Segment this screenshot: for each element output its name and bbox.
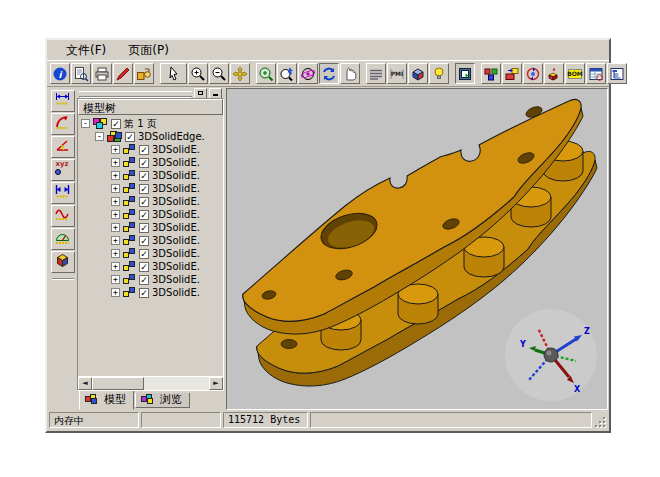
- expand-icon[interactable]: +: [111, 210, 120, 219]
- tree-label[interactable]: 3DSolidE.: [152, 196, 200, 207]
- tree-label[interactable]: 3DSolidE.: [152, 261, 200, 272]
- zoom-in-button[interactable]: [188, 63, 208, 84]
- tree-row-solid[interactable]: + ✓ 3DSolidE.: [78, 182, 223, 195]
- collapse-icon[interactable]: -: [95, 132, 104, 141]
- explode-button[interactable]: [544, 63, 564, 84]
- checkbox-checked[interactable]: ✓: [111, 119, 121, 129]
- export-button[interactable]: [134, 63, 154, 84]
- refresh-button[interactable]: [319, 63, 339, 84]
- markup-pen-button[interactable]: [113, 63, 133, 84]
- pan-hand-button[interactable]: [340, 63, 360, 84]
- menu-file[interactable]: 文件(F): [57, 40, 115, 61]
- dim-radius-button[interactable]: [51, 113, 75, 135]
- resize-grip[interactable]: [594, 413, 607, 428]
- tree-row-assembly[interactable]: - ✓ 3DSolidEdge.: [78, 130, 223, 143]
- expand-icon[interactable]: +: [111, 262, 120, 271]
- tree-row-solid[interactable]: + ✓ 3DSolidE.: [78, 247, 223, 260]
- axis-indicator[interactable]: Z X Y: [505, 309, 597, 401]
- rotate-part-button[interactable]: [523, 63, 543, 84]
- tree-row-solid[interactable]: + ✓ 3DSolidE.: [78, 195, 223, 208]
- tree-label[interactable]: 3DSolidE.: [152, 274, 200, 285]
- checkbox-checked[interactable]: ✓: [139, 223, 149, 233]
- scroll-left-button[interactable]: ◄: [78, 377, 92, 390]
- tree-row-solid[interactable]: + ✓ 3DSolidE.: [78, 169, 223, 182]
- tree-label[interactable]: 3DSolidE.: [152, 222, 200, 233]
- pmi-button[interactable]: PMI: [387, 63, 407, 84]
- checkbox-checked[interactable]: ✓: [125, 132, 135, 142]
- tree-row-solid[interactable]: + ✓ 3DSolidE.: [78, 156, 223, 169]
- checkbox-checked[interactable]: ✓: [139, 236, 149, 246]
- expand-icon[interactable]: +: [111, 145, 120, 154]
- dim-linear-button[interactable]: [51, 90, 75, 112]
- tree-label[interactable]: 3DSolidE.: [152, 235, 200, 246]
- expand-icon[interactable]: +: [111, 197, 120, 206]
- print-preview-button[interactable]: [71, 63, 91, 84]
- tree-label[interactable]: 3DSolidE.: [152, 287, 200, 298]
- hide-pane-button[interactable]: [209, 88, 222, 99]
- model-tree[interactable]: - ✓ 第 1 页 - ✓ 3DSolidEdge: [78, 115, 223, 376]
- dim-curve-button[interactable]: [51, 205, 75, 227]
- zoom-out-button[interactable]: [209, 63, 229, 84]
- checkbox-checked[interactable]: ✓: [139, 145, 149, 155]
- checkbox-checked[interactable]: ✓: [139, 249, 149, 259]
- tree-row-solid[interactable]: + ✓ 3DSolidE.: [78, 273, 223, 286]
- notebook-button[interactable]: [455, 63, 475, 84]
- tree-row-solid[interactable]: + ✓ 3DSolidE.: [78, 286, 223, 299]
- expand-icon[interactable]: +: [111, 288, 120, 297]
- menu-page[interactable]: 页面(P): [119, 40, 178, 61]
- tree-label[interactable]: 第 1 页: [124, 117, 157, 131]
- tree-label[interactable]: 3DSolidE.: [152, 183, 200, 194]
- tab-model[interactable]: 模型: [79, 391, 134, 410]
- checkbox-checked[interactable]: ✓: [139, 210, 149, 220]
- checkbox-checked[interactable]: ✓: [139, 262, 149, 272]
- tree-row-solid[interactable]: + ✓ 3DSolidE.: [78, 221, 223, 234]
- zoom-window-button[interactable]: [256, 63, 276, 84]
- tree-label[interactable]: 3DSolidE.: [152, 144, 200, 155]
- expand-icon[interactable]: +: [111, 249, 120, 258]
- parts-list-button[interactable]: [586, 63, 606, 84]
- scroll-track[interactable]: [92, 377, 209, 390]
- tree-row-solid[interactable]: + ✓ 3DSolidE.: [78, 234, 223, 247]
- viewport-3d[interactable]: Z X Y: [226, 88, 608, 410]
- expand-icon[interactable]: +: [111, 184, 120, 193]
- dim-coordinate-button[interactable]: xyz: [51, 159, 75, 181]
- tree-row-solid[interactable]: + ✓ 3DSolidE.: [78, 143, 223, 156]
- tree-label[interactable]: 3DSolidE.: [152, 209, 200, 220]
- expand-icon[interactable]: +: [111, 223, 120, 232]
- tree-label[interactable]: 3DSolidE.: [152, 157, 200, 168]
- expand-icon[interactable]: +: [111, 158, 120, 167]
- pan-button[interactable]: [230, 63, 250, 84]
- rotate-view-button[interactable]: [298, 63, 318, 84]
- checkbox-checked[interactable]: ✓: [139, 184, 149, 194]
- dim-gauge-button[interactable]: [51, 228, 75, 250]
- checkbox-checked[interactable]: ✓: [139, 288, 149, 298]
- tree-row-solid[interactable]: + ✓ 3DSolidE.: [78, 208, 223, 221]
- move-part-button[interactable]: [502, 63, 522, 84]
- structure-tree-button[interactable]: [607, 63, 627, 84]
- select-cursor-button[interactable]: [160, 63, 187, 84]
- expand-icon[interactable]: +: [111, 275, 120, 284]
- bom-button[interactable]: BOM: [565, 63, 585, 84]
- assembly-parts-button[interactable]: [481, 63, 501, 84]
- tree-hscrollbar[interactable]: ◄ ►: [78, 376, 223, 390]
- expand-icon[interactable]: +: [111, 236, 120, 245]
- tree-row-solid[interactable]: + ✓ 3DSolidE.: [78, 260, 223, 273]
- restore-pane-button[interactable]: [194, 88, 207, 99]
- zoom-dynamic-button[interactable]: [277, 63, 297, 84]
- view-orientation-button[interactable]: [408, 63, 428, 84]
- dim-angle-button[interactable]: [51, 136, 75, 158]
- tree-label[interactable]: 3DSolidE.: [152, 248, 200, 259]
- checkbox-checked[interactable]: ✓: [139, 275, 149, 285]
- tree-label[interactable]: 3DSolidE.: [152, 170, 200, 181]
- layers-button[interactable]: [366, 63, 386, 84]
- checkbox-checked[interactable]: ✓: [139, 197, 149, 207]
- lighting-button[interactable]: [429, 63, 449, 84]
- tree-label[interactable]: 3DSolidEdge.: [138, 131, 205, 142]
- tab-browse[interactable]: 浏览: [135, 393, 190, 408]
- dim-distance-button[interactable]: [51, 182, 75, 204]
- checkbox-checked[interactable]: ✓: [139, 171, 149, 181]
- collapse-icon[interactable]: -: [81, 119, 90, 128]
- scroll-thumb[interactable]: [92, 377, 144, 390]
- info-button[interactable]: i: [50, 63, 70, 84]
- print-button[interactable]: [92, 63, 112, 84]
